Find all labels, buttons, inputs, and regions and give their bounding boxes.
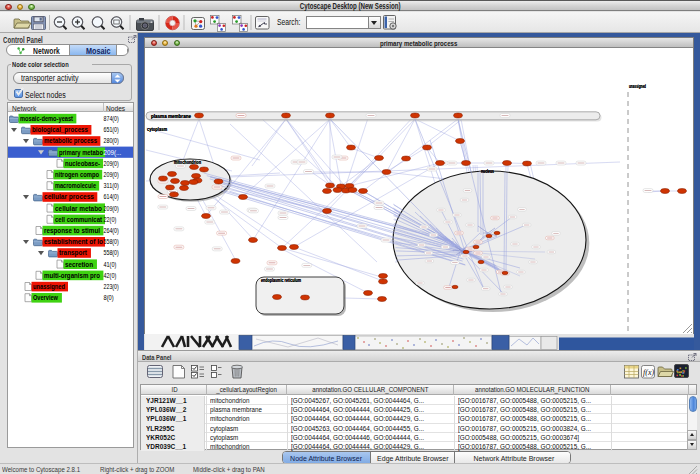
svg-text:unassigned: unassigned xyxy=(33,282,65,291)
svg-text:secretion: secretion xyxy=(65,260,93,269)
svg-text:mosaic-demo-yeast: mosaic-demo-yeast xyxy=(20,114,73,123)
svg-text:264(0): 264(0) xyxy=(104,226,120,235)
svg-text:endoplasmic reticulum: endoplasmic reticulum xyxy=(261,278,301,283)
svg-text:558(0): 558(0) xyxy=(104,237,120,246)
svg-text:multi-organism pro: multi-organism pro xyxy=(44,271,100,280)
svg-text:209(0): 209(0) xyxy=(104,204,120,213)
svg-text:transport: transport xyxy=(59,248,87,257)
svg-text:nitrogen compo: nitrogen compo xyxy=(55,170,99,179)
svg-text:614(0): 614(0) xyxy=(104,192,120,201)
svg-text:nucleobase-: nucleobase- xyxy=(65,159,100,168)
svg-text:mitochondrion: mitochondrion xyxy=(174,160,201,165)
svg-text:unassigned: unassigned xyxy=(629,84,646,89)
svg-text:874(0): 874(0) xyxy=(104,114,120,123)
svg-text:Overview: Overview xyxy=(33,293,59,302)
svg-text:response to stimul: response to stimul xyxy=(44,226,100,235)
svg-text:311(0): 311(0) xyxy=(104,181,120,190)
svg-text:f(x): f(x) xyxy=(643,368,654,377)
svg-text:8(0): 8(0) xyxy=(104,293,114,302)
svg-text:cytoplasm: cytoplasm xyxy=(147,127,167,132)
svg-text:macromolecule: macromolecule xyxy=(55,181,96,190)
svg-text:metabolic process: metabolic process xyxy=(44,136,98,145)
svg-text:223(0): 223(0) xyxy=(104,282,120,291)
svg-text:209(0): 209(0) xyxy=(104,159,120,168)
svg-text:cellular metabo: cellular metabo xyxy=(55,204,102,213)
svg-text:primary metabo: primary metabo xyxy=(59,148,103,157)
svg-text:209(...: 209(... xyxy=(104,148,122,157)
svg-text:41(0): 41(0) xyxy=(104,260,117,269)
svg-text:biological_process: biological_process xyxy=(32,125,89,134)
svg-text:establishment of lo: establishment of lo xyxy=(44,237,103,246)
svg-text:280(0): 280(0) xyxy=(104,136,120,145)
svg-text:558(0): 558(0) xyxy=(104,248,120,257)
svg-text:plasma membrane: plasma membrane xyxy=(151,114,191,119)
svg-text:209(0): 209(0) xyxy=(104,170,120,179)
svg-text:42(0): 42(0) xyxy=(104,271,117,280)
svg-text:22(0): 22(0) xyxy=(104,215,117,224)
svg-text:651(0): 651(0) xyxy=(104,125,120,134)
svg-text:cellular process: cellular process xyxy=(44,192,95,201)
svg-text:nucleus: nucleus xyxy=(481,169,494,174)
svg-text:cell communicat: cell communicat xyxy=(55,215,102,224)
